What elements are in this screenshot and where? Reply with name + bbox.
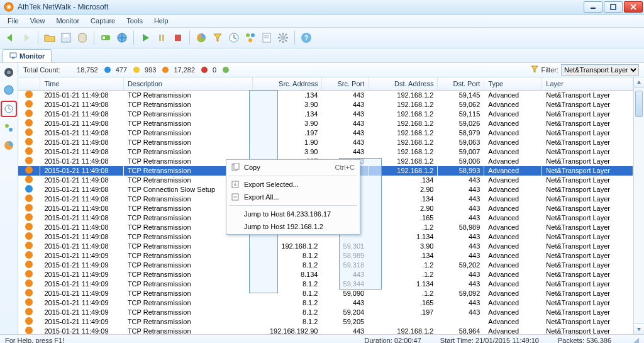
table-row[interactable]: 2015-01-21 11:49:09TCP Retransmission192… (18, 327, 633, 334)
svg-point-41 (9, 128, 13, 132)
col-icon[interactable] (18, 77, 40, 91)
col-time[interactable]: Time (40, 77, 123, 91)
scroll-down-icon[interactable] (634, 323, 644, 334)
col-type[interactable]: Type (484, 77, 542, 91)
stop-icon[interactable] (170, 30, 186, 45)
app-icon (4, 2, 14, 12)
tabstrip: Monitor (0, 48, 644, 63)
scroll-thumb[interactable] (635, 91, 643, 117)
menu-monitor[interactable]: Monitor (51, 16, 84, 26)
severity-dot-icon (25, 327, 33, 334)
table-row[interactable]: 2015-01-21 11:49:08TCP Retransmission.13… (18, 110, 633, 119)
maximize-button[interactable] (604, 1, 623, 13)
col-src-port[interactable]: Src. Port (322, 77, 369, 91)
severity-dot-icon (25, 289, 33, 296)
svg-rect-44 (234, 163, 239, 169)
back-icon[interactable] (3, 30, 18, 45)
col-description[interactable]: Description (123, 77, 252, 91)
rail-dashboard-icon[interactable] (2, 65, 16, 79)
piechart-icon[interactable] (194, 30, 209, 45)
severity-dot-icon (25, 232, 33, 240)
status-duration-label: Duration: (364, 337, 392, 343)
copy-icon (230, 162, 240, 172)
table-row[interactable]: 2015-01-21 11:49:09TCP Retransmission8.1… (18, 298, 633, 308)
funnel-icon[interactable] (210, 30, 225, 45)
content-area: Total Count: 18,752 477 993 17,282 0 Fil… (18, 63, 644, 334)
table-row[interactable]: 2015-01-21 11:49:08TCP Retransmission3.9… (18, 100, 633, 110)
cm-export-selected[interactable]: Export Selected... (228, 178, 358, 191)
db-icon[interactable] (75, 30, 90, 45)
table-row[interactable]: 2015-01-21 11:49:09TCP Retransmission8.1… (18, 317, 633, 327)
clock-icon[interactable] (226, 30, 242, 45)
export-all-icon (230, 192, 240, 202)
forward-icon[interactable] (19, 30, 34, 45)
vertical-scrollbar[interactable] (633, 77, 644, 334)
status-packets-label: Packets: (558, 337, 584, 343)
table-row[interactable]: 2015-01-21 11:49:09TCP Retransmission8.1… (18, 289, 633, 298)
table-row[interactable]: 2015-01-21 11:49:08TCP Retransmission3.9… (18, 147, 633, 157)
context-menu: Copy Ctrl+C Export Selected... Export Al… (226, 159, 360, 235)
menubar: File View Monitor Capture Tools Help (0, 14, 644, 28)
severity-dot-icon (25, 128, 33, 136)
col-dst-port[interactable]: Dst. Port (438, 77, 484, 91)
cm-export-all[interactable]: Export All... (228, 191, 358, 203)
filter-select[interactable]: Net&Transport Layer (561, 64, 639, 76)
window-title: AthTek NetWalk - Microsoft (18, 3, 108, 11)
menu-view[interactable]: View (25, 16, 50, 26)
table-row[interactable]: 2015-01-21 11:49:08TCP Retransmission192… (18, 242, 633, 251)
table-row[interactable]: 2015-01-21 11:49:09TCP Retransmission8.1… (18, 251, 633, 261)
table-row[interactable]: 2015-01-21 11:49:09TCP Retransmission8.1… (18, 270, 633, 279)
rail-nodes-icon[interactable] (2, 121, 16, 135)
menu-capture[interactable]: Capture (86, 16, 120, 26)
table-row[interactable]: 2015-01-21 11:49:08TCP Retransmission1.9… (18, 138, 633, 147)
table-row[interactable]: 2015-01-21 11:49:09TCP Retransmission8.1… (18, 279, 633, 289)
report-icon[interactable] (259, 30, 274, 45)
rail-clock-icon[interactable] (1, 101, 17, 117)
play-icon[interactable] (138, 30, 153, 45)
globe-icon[interactable] (114, 30, 130, 45)
table-row[interactable]: 2015-01-21 11:49:09TCP Retransmission8.1… (18, 261, 633, 270)
count-orange: 17,282 (174, 66, 195, 74)
cm-copy[interactable]: Copy Ctrl+C (228, 161, 358, 174)
col-layer[interactable]: Layer (542, 77, 633, 91)
rail-globe-icon[interactable] (2, 83, 16, 97)
scroll-track[interactable] (634, 88, 644, 323)
open-folder-icon[interactable] (42, 30, 57, 45)
table-row[interactable]: 2015-01-21 11:49:08TCP Retransmission.13… (18, 91, 633, 101)
status-start-label: Start Time: (440, 337, 474, 343)
minimize-button[interactable] (584, 1, 602, 13)
adapter-icon[interactable] (98, 30, 113, 45)
pause-icon[interactable] (154, 30, 169, 45)
scroll-up-icon[interactable] (634, 77, 644, 88)
severity-dot-icon (25, 279, 33, 287)
svg-text:?: ? (304, 34, 309, 42)
menu-file[interactable]: File (3, 16, 24, 26)
col-dst-address[interactable]: Dst. Address (369, 77, 438, 91)
svg-line-30 (286, 34, 287, 36)
col-src-address[interactable]: Src. Address (253, 77, 322, 91)
count-yellow: 993 (145, 66, 156, 74)
resize-grip-icon[interactable] (630, 336, 639, 343)
help-icon[interactable]: ? (299, 30, 314, 45)
svg-point-1 (7, 5, 11, 9)
close-button[interactable] (624, 1, 643, 13)
tab-monitor[interactable]: Monitor (3, 49, 52, 62)
menu-help[interactable]: Help (149, 16, 174, 26)
cm-separator (229, 176, 357, 176)
svg-point-37 (7, 70, 11, 74)
table-row[interactable]: 2015-01-21 11:49:08TCP Retransmission3.9… (18, 119, 633, 128)
svg-rect-12 (159, 35, 161, 41)
menu-tools[interactable]: Tools (121, 16, 148, 26)
cm-jump-host-2[interactable]: Jump to Host 192.168.1.2 (228, 220, 358, 233)
table-row[interactable]: 2015-01-21 11:49:08TCP Retransmission.19… (18, 128, 633, 138)
cm-jump-host-1[interactable]: Jump to Host 64.233.186.17 (228, 208, 358, 220)
gear-icon[interactable] (275, 30, 291, 45)
nodes-icon[interactable] (243, 30, 258, 45)
packet-grid[interactable]: Time Description Src. Address Src. Port … (18, 77, 633, 334)
save-icon[interactable] (58, 30, 74, 45)
svg-point-38 (4, 86, 13, 94)
table-row[interactable]: 2015-01-21 11:49:09TCP Retransmission8.1… (18, 308, 633, 317)
rail-piechart-icon[interactable] (2, 138, 16, 152)
svg-rect-13 (162, 35, 164, 41)
severity-dot-icon (25, 270, 33, 278)
